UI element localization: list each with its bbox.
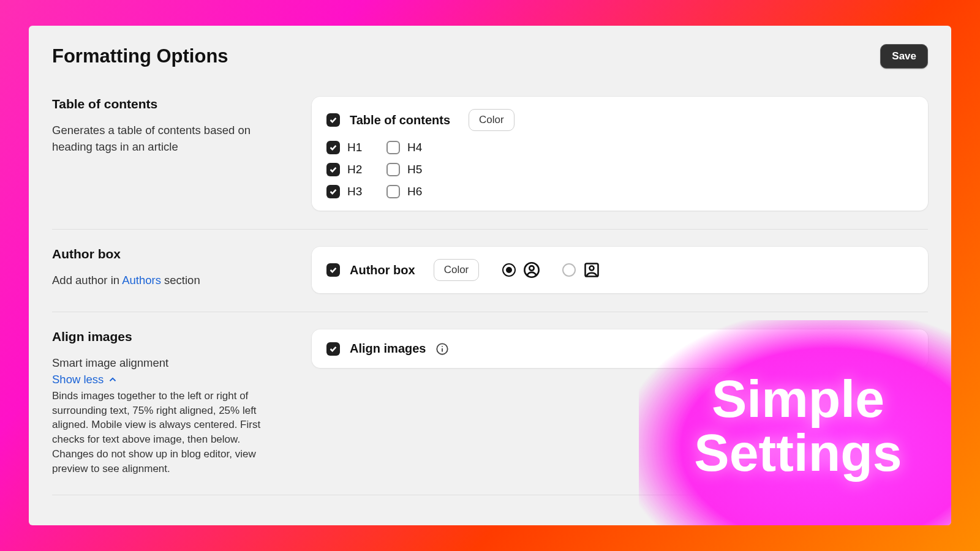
align-title: Align images (52, 329, 285, 344)
overlay-line2: Settings (694, 426, 902, 480)
settings-panel: Formatting Options Save Table of content… (29, 26, 951, 525)
section-toc: Table of contents Generates a table of c… (52, 97, 928, 230)
check-icon (329, 187, 337, 196)
h5-label: H5 (407, 163, 422, 176)
check-icon (329, 266, 337, 274)
toc-checkbox-label: Table of contents (350, 113, 450, 127)
toc-color-button[interactable]: Color (469, 109, 514, 131)
info-icon[interactable] (435, 342, 449, 356)
svg-point-6 (442, 345, 443, 347)
svg-point-1 (530, 266, 534, 270)
show-less-label: Show less (52, 373, 104, 386)
toc-title: Table of contents (52, 97, 285, 111)
align-checkbox-label: Align images (350, 342, 426, 356)
toc-checkbox[interactable] (326, 113, 340, 127)
h2-checkbox[interactable] (326, 163, 340, 176)
page-title: Formatting Options (52, 45, 228, 67)
h4-label: H4 (407, 141, 422, 154)
align-checkbox[interactable] (326, 342, 340, 356)
promo-overlay: Simple Settings (639, 320, 951, 525)
save-button[interactable]: Save (880, 44, 928, 69)
section-author: Author box Add author in Authors section… (52, 247, 928, 312)
user-square-icon (583, 261, 600, 279)
h3-checkbox[interactable] (326, 185, 340, 198)
h3-label: H3 (347, 185, 362, 198)
author-desc-post: section (161, 274, 200, 287)
overlay-line1: Simple (712, 372, 884, 426)
author-checkbox-label: Author box (350, 263, 415, 277)
check-icon (329, 143, 337, 152)
h6-label: H6 (407, 185, 422, 198)
author-desc-pre: Add author in (52, 274, 122, 287)
toc-desc: Generates a table of contents based on h… (52, 122, 285, 156)
author-checkbox[interactable] (326, 263, 340, 277)
check-icon (329, 116, 337, 124)
author-left: Author box Add author in Authors section (52, 247, 285, 293)
author-title: Author box (52, 247, 285, 261)
user-circle-icon (523, 261, 540, 279)
h6-checkbox[interactable] (386, 185, 400, 198)
toc-card: Table of contents Color H1 H4 H2 H5 H3 H… (312, 97, 928, 211)
check-icon (329, 165, 337, 174)
svg-point-3 (590, 266, 594, 271)
h1-checkbox[interactable] (326, 141, 340, 154)
show-less-link[interactable]: Show less (52, 373, 118, 386)
author-card: Author box Color (312, 247, 928, 293)
heading-grid: H1 H4 H2 H5 H3 H6 (326, 141, 913, 198)
toc-left: Table of contents Generates a table of c… (52, 97, 285, 211)
h5-checkbox[interactable] (386, 163, 400, 176)
h4-checkbox[interactable] (386, 141, 400, 154)
align-sub: Smart image alignment (52, 355, 285, 372)
author-color-button[interactable]: Color (434, 259, 480, 281)
check-icon (329, 345, 337, 353)
h2-label: H2 (347, 163, 362, 176)
authors-link[interactable]: Authors (122, 274, 161, 287)
align-detail: Binds images together to the left or rig… (52, 389, 279, 476)
h1-label: H1 (347, 141, 362, 154)
author-style-radio-1[interactable] (502, 263, 516, 277)
chevron-up-icon (107, 374, 118, 385)
panel-header: Formatting Options Save (52, 44, 928, 69)
align-left: Align images Smart image alignment Show … (52, 329, 285, 476)
author-desc: Add author in Authors section (52, 272, 285, 289)
author-style-radio-2[interactable] (562, 263, 576, 277)
